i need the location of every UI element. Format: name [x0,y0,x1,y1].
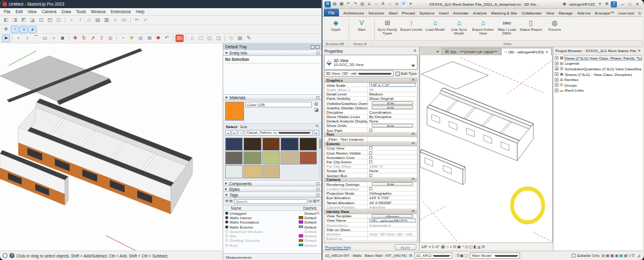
visibility-eye-icon[interactable] [225,230,228,233]
menu-item[interactable]: Help [136,9,145,14]
expand-icon[interactable] [555,83,558,87]
status-blue2-icon[interactable]: ▣ [614,254,618,258]
zoom-window-icon[interactable]: ⊞ [145,35,153,42]
checkbox[interactable] [369,151,372,154]
toolbar-icon[interactable] [130,17,131,23]
ribbon-tab[interactable]: Collaborate [519,9,544,16]
material-swatch[interactable] [299,151,317,165]
property-row[interactable]: Identity Data [325,209,417,214]
ribbon-group-label[interactable]: Veras AI [348,42,373,46]
pencil-style-icon[interactable]: ✎ [245,35,253,42]
project-browser-item[interactable]: ▤ Legends [553,61,643,67]
property-row[interactable]: Crop View [325,146,417,151]
map-load-dwg-button[interactable]: DWG Map / Load DWG [495,18,519,40]
checkbox[interactable] [369,187,372,190]
walkthrough-icon[interactable]: ✥ [2,26,10,33]
property-row[interactable]: Scope Box None [325,169,417,173]
intersect-icon[interactable]: ◪ [28,16,36,24]
ribbon-tab[interactable]: Annotate [451,9,471,16]
dimension-icon[interactable]: ↔ [373,1,379,8]
measure-icon[interactable]: ∠ [366,1,372,8]
eraser-tool-icon[interactable]: ◖ [14,35,23,42]
visibility-eye-icon[interactable] [225,244,228,247]
shadows-icon[interactable]: ◐ [450,245,452,249]
trim-icon[interactable]: ◱ [55,16,63,24]
open-icon[interactable]: ▤ [331,1,338,8]
help-icon[interactable]: ? [611,1,617,8]
tag-color-chip[interactable] [299,244,303,247]
detach-icon[interactable] [316,96,319,99]
material-category-select[interactable]: Carpet, Fabrics, Leathers, Textiles an [245,130,313,136]
look-around-icon[interactable]: ◑ [19,26,28,33]
ribbon-tab[interactable]: Systems [418,9,437,16]
property-row[interactable]: Target Elevation 16' 0 55/256" [325,200,417,205]
expand-icon[interactable] [555,89,558,92]
color-by-tag-icon[interactable]: ◍ [313,199,317,203]
text-icon[interactable]: A [380,1,386,8]
close-icon[interactable]: ✕ [413,48,416,53]
rotate-tool-icon[interactable]: ↻ [80,35,88,42]
menu-item[interactable]: View [28,9,36,14]
tag-color-chip[interactable] [299,234,303,237]
property-row[interactable]: Show Hidden Lines By Discipline [325,115,417,119]
property-row[interactable]: Graphics [325,79,417,83]
section-icon[interactable]: ⊘ [394,1,400,8]
tag-color-chip[interactable] [299,225,303,229]
material-swatch[interactable] [225,138,243,151]
project-browser-item[interactable]: ⊟ Groups [553,82,643,88]
subtract-icon[interactable]: ◰ [46,16,54,24]
tag-row[interactable]: Untagged Default [223,211,321,215]
scale-tool-icon[interactable]: ⇗ [89,35,97,42]
zoom-camera-icon[interactable]: ◎ [136,35,145,42]
arc-tool-icon[interactable]: ⌒ [32,35,40,42]
material-swatch[interactable] [243,138,261,151]
sample-paint-icon[interactable]: ✎ [316,124,319,129]
property-row[interactable]: Projection Mode Orthographic [325,192,417,196]
project-browser-item[interactable]: ▣ Sheets ((*JLG) - View Class, Disciplin… [553,72,643,77]
toolbar-icon[interactable] [65,17,65,23]
property-row[interactable]: Far Clip Offset 1000' 0" [325,165,417,169]
forums-button[interactable]: ◍ Forums [543,18,567,40]
iso-view-icon[interactable]: ⌂ [188,35,196,42]
status-red-icon[interactable]: ▣ [610,254,614,258]
ribbon-button[interactable] [348,18,349,40]
styles-header[interactable]: Styles [223,187,321,192]
property-row[interactable]: Graphic Display Options Edit... [325,106,417,110]
check-icon[interactable]: ✓ [142,16,150,24]
zoom-extents-icon[interactable]: ✱ [154,35,162,42]
ribbon-group-label[interactable]: EvolveLAB [323,42,348,46]
property-row[interactable]: Far Clip Active [325,160,417,164]
ribbon-tab[interactable]: Analyze [471,9,489,16]
property-row[interactable]: Locked Orientation [325,187,417,192]
temporary-hide-icon[interactable]: ◔ [462,245,464,249]
property-row[interactable]: Title on Sheet [325,227,417,232]
view-tab-list-button[interactable] [435,48,441,55]
pan-camera-icon[interactable]: ✥ [128,35,136,42]
rectangle-tool-icon[interactable]: ▭ [41,35,49,42]
project-browser-item[interactable]: ▥ Schedules/Quantities ((*JLG) View Clas… [553,66,643,72]
app-store-icon[interactable]: ⊞ [604,1,610,8]
tag-row[interactable]: Walls Exterior Default [223,224,321,229]
outer-shell-icon[interactable]: ◩ [19,16,28,24]
save-icon[interactable]: ▦ [338,1,345,8]
visibility-eye-icon[interactable] [225,225,228,229]
tags-search-input[interactable] [234,199,308,204]
tag-row[interactable]: Site Default [223,234,321,238]
visibility-eye-icon[interactable] [225,239,228,242]
add-tag-folder-icon[interactable]: ⊞ [230,199,233,203]
main-model-icon[interactable]: ▢ [464,254,468,258]
in-model-icon[interactable]: ⌂ [238,130,243,136]
editing-requests-icon[interactable]: ◌ [454,254,457,258]
sketchup-viewport[interactable] [0,43,223,251]
paint-cube-icon[interactable]: ◧ [2,16,10,24]
geolocation-icon[interactable] [3,253,8,258]
property-row[interactable]: Camera [325,178,417,182]
menu-item[interactable]: Draw [62,9,71,14]
detach-icon[interactable] [316,188,319,191]
expand-icon[interactable] [555,72,558,76]
export-icon[interactable]: ↑ [76,16,84,24]
checkbox[interactable] [369,156,372,159]
add-tag-icon[interactable]: ⊕ [225,199,228,203]
edit-pencil-icon[interactable]: ✎ [317,212,320,216]
toolbar-icon[interactable] [12,35,13,41]
